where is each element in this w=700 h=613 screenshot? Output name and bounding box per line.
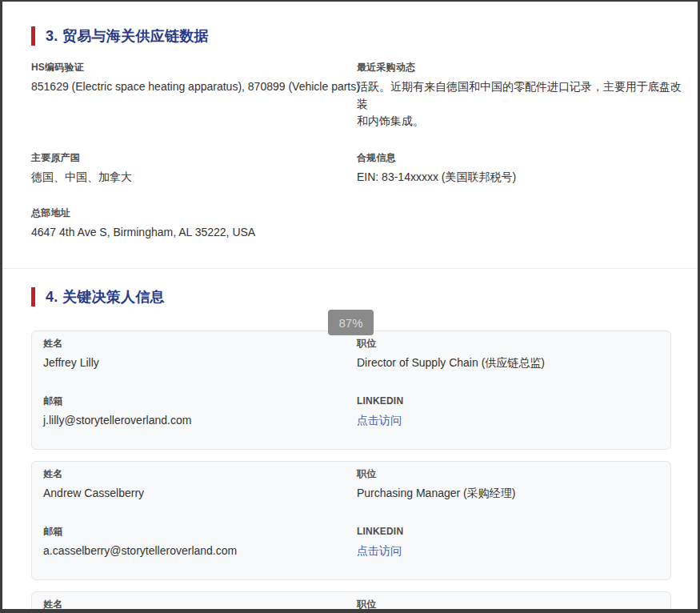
section-3-heading: 3. 贸易与海关供应链数据 <box>31 26 682 46</box>
field-label: 主要原产国 <box>31 152 357 164</box>
contact-card-grid: 姓名 Jeffrey Cook 职位 Founder & CEO <box>43 599 659 613</box>
contact-name-field: 姓名 Jeffrey Lilly <box>43 338 357 372</box>
contact-title-field: 职位 Founder & CEO <box>357 599 659 613</box>
field-recent-procurement: 最近采购动态 活跃。近期有来自德国和中国的零配件进口记录，主要用于底盘改装 和内… <box>357 62 682 130</box>
contact-email-field: 邮箱 j.lilly@storytelleroverland.com <box>43 395 357 430</box>
section-3-title: 3. 贸易与海关供应链数据 <box>46 26 209 46</box>
field-compliance-info: 合规信息 EIN: 83-14xxxxx (美国联邦税号) <box>357 152 682 186</box>
accent-bar <box>31 287 35 306</box>
field-label: 最近采购动态 <box>357 62 682 74</box>
field-label: 合规信息 <box>357 152 682 164</box>
trade-fields-grid: HS编码验证 851629 (Electric space heating ap… <box>31 62 682 242</box>
section-trade-customs: 3. 贸易与海关供应链数据 HS编码验证 851629 (Electric sp… <box>2 2 698 268</box>
contact-linkedin-field: LINKEDIN 点击访问 <box>357 526 659 560</box>
contact-name: Jeffrey Lilly <box>43 355 357 372</box>
contact-name-field: 姓名 Andrew Casselberry <box>43 468 357 503</box>
name-label: 姓名 <box>43 468 357 480</box>
field-value: 851629 (Electric space heating apparatus… <box>31 78 357 96</box>
contact-title-field: 职位 Director of Supply Chain (供应链总监) <box>357 338 659 372</box>
report-page: 3. 贸易与海关供应链数据 HS编码验证 851629 (Electric sp… <box>0 0 700 613</box>
contact-linkedin-field: LINKEDIN 点击访问 <box>357 395 659 430</box>
title-label: 职位 <box>357 468 659 480</box>
contact-card-jeffrey-lilly: 姓名 Jeffrey Lilly 职位 Director of Supply C… <box>31 331 671 450</box>
accent-bar <box>31 26 35 46</box>
linkedin-label: LINKEDIN <box>357 526 659 538</box>
title-label: 职位 <box>357 599 659 611</box>
email-label: 邮箱 <box>43 395 357 407</box>
field-hs-code: HS编码验证 851629 (Electric space heating ap… <box>31 62 357 130</box>
name-label: 姓名 <box>43 599 357 611</box>
title-label: 职位 <box>357 338 659 350</box>
linkedin-label: LINKEDIN <box>357 395 659 407</box>
field-value: EIN: 83-14xxxxx (美国联邦税号) <box>357 169 682 186</box>
field-hq-address: 总部地址 4647 4th Ave S, Birmingham, AL 3522… <box>31 207 357 242</box>
field-value: 4647 4th Ave S, Birmingham, AL 35222, US… <box>31 224 357 242</box>
email-label: 邮箱 <box>43 526 357 538</box>
contact-title: Purchasing Manager (采购经理) <box>357 485 659 503</box>
contact-name-field: 姓名 Jeffrey Cook <box>43 599 357 613</box>
linkedin-visit-link[interactable]: 点击访问 <box>357 543 402 560</box>
field-label: HS编码验证 <box>31 62 357 74</box>
field-label: 总部地址 <box>31 207 357 219</box>
linkedin-visit-link[interactable]: 点击访问 <box>357 412 402 430</box>
name-label: 姓名 <box>43 338 357 350</box>
contact-email-field: 邮箱 a.casselberry@storytelleroverland.com <box>43 526 357 560</box>
contact-card-grid: 姓名 Jeffrey Lilly 职位 Director of Supply C… <box>43 338 659 430</box>
contact-title-field: 职位 Purchasing Manager (采购经理) <box>357 468 659 503</box>
section-4-title: 4. 关键决策人信息 <box>46 287 165 306</box>
contact-card-jeffrey-cook: 姓名 Jeffrey Cook 职位 Founder & CEO <box>31 591 671 613</box>
contact-email: a.casselberry@storytelleroverland.com <box>43 543 357 560</box>
contact-cards: 姓名 Jeffrey Lilly 职位 Director of Supply C… <box>31 331 671 613</box>
section-4-heading: 4. 关键决策人信息 <box>31 287 671 306</box>
field-value: 活跃。近期有来自德国和中国的零配件进口记录，主要用于底盘改装 和内饰集成。 <box>357 78 682 130</box>
contact-card-grid: 姓名 Andrew Casselberry 职位 Purchasing Mana… <box>43 468 659 560</box>
field-value: 德国、中国、加拿大 <box>31 169 357 186</box>
contact-email: j.lilly@storytelleroverland.com <box>43 412 357 430</box>
field-origin-countries: 主要原产国 德国、中国、加拿大 <box>31 152 357 186</box>
contact-card-andrew-casselberry: 姓名 Andrew Casselberry 职位 Purchasing Mana… <box>31 461 671 580</box>
contact-name: Andrew Casselberry <box>43 485 357 503</box>
contact-title: Director of Supply Chain (供应链总监) <box>357 355 659 372</box>
browser-zoom-indicator: 87% <box>328 310 374 335</box>
